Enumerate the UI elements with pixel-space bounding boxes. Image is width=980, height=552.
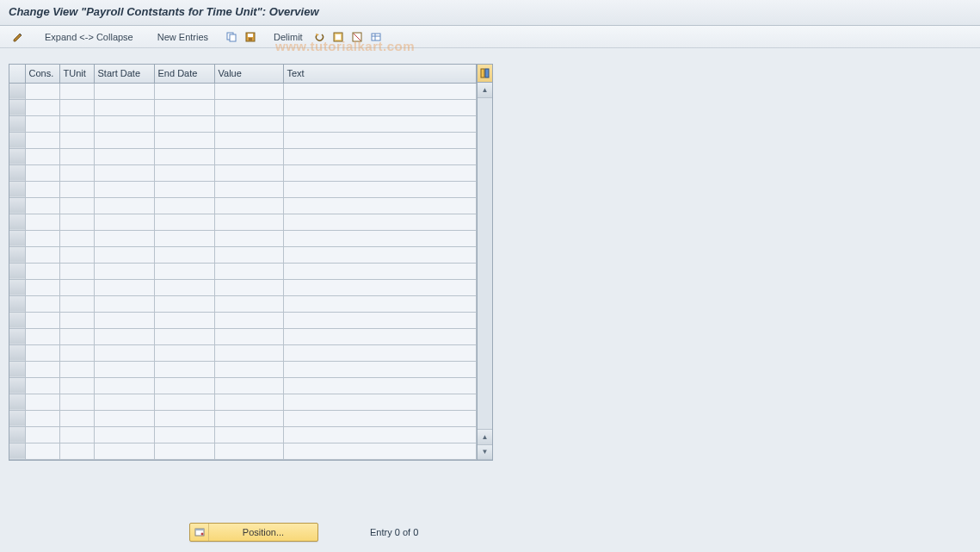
cell-end-date[interactable] xyxy=(154,83,214,99)
cell-value[interactable] xyxy=(214,279,283,295)
cell-tunit[interactable] xyxy=(59,328,94,344)
cell-start-date[interactable] xyxy=(94,279,154,295)
cell-end-date[interactable] xyxy=(154,99,214,115)
row-selector[interactable] xyxy=(9,83,25,99)
cell-value[interactable] xyxy=(214,214,283,230)
cell-tunit[interactable] xyxy=(59,279,94,295)
cell-cons[interactable] xyxy=(25,344,59,361)
row-selector[interactable] xyxy=(9,99,25,115)
cell-value[interactable] xyxy=(214,148,283,164)
cell-tunit[interactable] xyxy=(59,312,94,328)
row-selector[interactable] xyxy=(9,181,25,197)
row-selector[interactable] xyxy=(9,344,25,361)
undo-button[interactable] xyxy=(311,29,327,45)
cell-value[interactable] xyxy=(214,263,283,279)
scroll-up-bottom-button[interactable]: ▲ xyxy=(478,429,492,444)
cell-text[interactable] xyxy=(283,263,477,279)
cell-start-date[interactable] xyxy=(94,181,154,197)
cell-value[interactable] xyxy=(214,328,283,344)
row-selector[interactable] xyxy=(9,263,25,279)
cell-start-date[interactable] xyxy=(94,214,154,230)
cell-cons[interactable] xyxy=(25,263,59,279)
cell-cons[interactable] xyxy=(25,377,59,394)
cell-text[interactable] xyxy=(283,214,477,230)
toggle-change-button[interactable] xyxy=(10,29,26,45)
cell-cons[interactable] xyxy=(25,328,59,344)
cell-cons[interactable] xyxy=(25,426,59,443)
cell-end-date[interactable] xyxy=(154,426,214,443)
cell-text[interactable] xyxy=(283,394,477,410)
cell-cons[interactable] xyxy=(25,115,59,132)
row-selector[interactable] xyxy=(9,377,25,394)
column-header-cons[interactable]: Cons. xyxy=(25,65,59,83)
cell-start-date[interactable] xyxy=(94,132,154,148)
column-header-text[interactable]: Text xyxy=(283,65,477,83)
cell-start-date[interactable] xyxy=(94,295,154,312)
cell-tunit[interactable] xyxy=(59,295,94,312)
cell-cons[interactable] xyxy=(25,279,59,295)
cell-cons[interactable] xyxy=(25,361,59,377)
cell-tunit[interactable] xyxy=(59,214,94,230)
cell-start-date[interactable] xyxy=(94,263,154,279)
save-button[interactable] xyxy=(243,29,258,45)
cell-start-date[interactable] xyxy=(94,164,154,181)
expand-collapse-button[interactable]: Expand <-> Collapse xyxy=(40,30,139,44)
cell-end-date[interactable] xyxy=(154,279,214,295)
cell-text[interactable] xyxy=(283,344,477,361)
cell-end-date[interactable] xyxy=(154,377,214,394)
cell-start-date[interactable] xyxy=(94,328,154,344)
cell-cons[interactable] xyxy=(25,410,59,426)
cell-value[interactable] xyxy=(214,295,283,312)
scroll-up-button[interactable]: ▲ xyxy=(478,83,492,98)
cell-value[interactable] xyxy=(214,410,283,426)
cell-tunit[interactable] xyxy=(59,361,94,377)
cell-start-date[interactable] xyxy=(94,443,154,459)
cell-tunit[interactable] xyxy=(59,443,94,459)
cell-end-date[interactable] xyxy=(154,312,214,328)
cell-end-date[interactable] xyxy=(154,328,214,344)
cell-end-date[interactable] xyxy=(154,230,214,246)
cell-end-date[interactable] xyxy=(154,132,214,148)
cell-tunit[interactable] xyxy=(59,148,94,164)
new-entries-button[interactable]: New Entries xyxy=(152,30,213,44)
cell-end-date[interactable] xyxy=(154,246,214,263)
cell-text[interactable] xyxy=(283,279,477,295)
cell-tunit[interactable] xyxy=(59,197,94,214)
cell-value[interactable] xyxy=(214,132,283,148)
cell-end-date[interactable] xyxy=(154,115,214,132)
cell-text[interactable] xyxy=(283,115,477,132)
row-selector[interactable] xyxy=(9,410,25,426)
column-header-start-date[interactable]: Start Date xyxy=(94,65,154,83)
cell-text[interactable] xyxy=(283,443,477,459)
cell-tunit[interactable] xyxy=(59,410,94,426)
cell-cons[interactable] xyxy=(25,295,59,312)
cell-value[interactable] xyxy=(214,426,283,443)
cell-value[interactable] xyxy=(214,115,283,132)
cell-text[interactable] xyxy=(283,328,477,344)
table-settings-button[interactable] xyxy=(368,29,384,45)
cell-start-date[interactable] xyxy=(94,246,154,263)
row-selector[interactable] xyxy=(9,394,25,410)
cell-cons[interactable] xyxy=(25,214,59,230)
cell-value[interactable] xyxy=(214,443,283,459)
cell-end-date[interactable] xyxy=(154,394,214,410)
scroll-down-button[interactable]: ▼ xyxy=(478,444,492,460)
cell-tunit[interactable] xyxy=(59,115,94,132)
cell-text[interactable] xyxy=(283,410,477,426)
cell-end-date[interactable] xyxy=(154,361,214,377)
row-selector[interactable] xyxy=(9,115,25,132)
cell-value[interactable] xyxy=(214,181,283,197)
cell-tunit[interactable] xyxy=(59,394,94,410)
cell-value[interactable] xyxy=(214,164,283,181)
cell-text[interactable] xyxy=(283,426,477,443)
copy-button[interactable] xyxy=(224,29,239,45)
cell-tunit[interactable] xyxy=(59,164,94,181)
cell-text[interactable] xyxy=(283,377,477,394)
row-selector[interactable] xyxy=(9,279,25,295)
cell-cons[interactable] xyxy=(25,99,59,115)
cell-tunit[interactable] xyxy=(59,181,94,197)
row-selector[interactable] xyxy=(9,361,25,377)
select-all-button[interactable] xyxy=(330,29,346,45)
cell-text[interactable] xyxy=(283,99,477,115)
cell-text[interactable] xyxy=(283,361,477,377)
